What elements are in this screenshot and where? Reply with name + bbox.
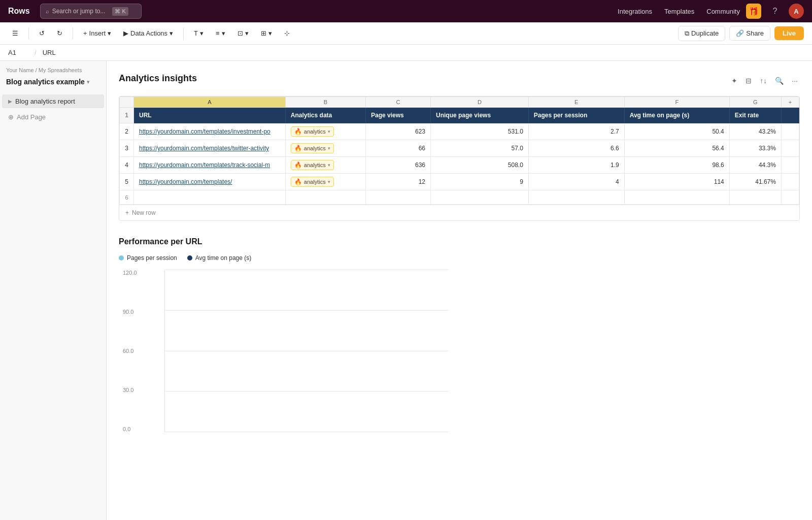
toolbar-divider-2	[73, 27, 73, 40]
chart-bars-area	[165, 270, 449, 432]
app-logo: Rows	[8, 7, 30, 16]
sort-button[interactable]: ↑↓	[758, 75, 769, 87]
format-button[interactable]: ⊡ ▾	[233, 27, 253, 39]
search-table-button[interactable]: 🔍	[773, 75, 786, 87]
search-shortcut: ⌘ K	[112, 7, 128, 16]
nav-links: Integrations Templates Community	[618, 8, 740, 15]
unique-views-cell: 57.0	[431, 140, 529, 157]
col-header-c[interactable]: C	[365, 97, 430, 108]
nav-templates[interactable]: Templates	[664, 8, 694, 15]
sidebar: Your Name / My Spreadsheets Blog analyti…	[0, 61, 107, 520]
extra-cell	[781, 140, 799, 157]
header-pages-per-session: Pages per session	[528, 108, 624, 123]
new-row-icon: +	[125, 209, 129, 216]
nav-integrations[interactable]: Integrations	[618, 8, 652, 15]
align-button[interactable]: ≡ ▾	[212, 27, 229, 39]
analytics-cell[interactable]: 🔥 analytics ▾	[285, 157, 365, 174]
url-cell[interactable]: https://yourdomain.com/templates/track-s…	[134, 157, 286, 174]
exit-rate-cell: 41.67%	[729, 174, 781, 190]
page-views-cell: 623	[365, 123, 430, 140]
col-header-plus[interactable]: +	[781, 97, 799, 108]
insert-button[interactable]: + Insert ▾	[79, 27, 115, 39]
empty-row: 6	[120, 190, 799, 205]
header-unique-page-views: Unique page views	[431, 108, 529, 123]
undo-button[interactable]: ↺	[35, 27, 49, 39]
analytics-insights-section: Analytics insights ✦ ⊟ ↑↓ 🔍 ··· A	[119, 73, 800, 221]
exit-rate-cell: 33.3%	[729, 140, 781, 157]
avg-time-cell: 50.4	[624, 123, 729, 140]
help-button[interactable]: ?	[767, 4, 783, 19]
row-num: 5	[120, 174, 134, 190]
new-row-button[interactable]: + New row	[119, 205, 799, 220]
sidebar-item-arrow-icon: ▶	[8, 99, 12, 104]
sidebar-item-label: Blog analytics report	[15, 98, 75, 105]
analytics-label: analytics	[304, 128, 326, 135]
col-header-d[interactable]: D	[431, 97, 529, 108]
analytics-icon: 🔥	[294, 161, 302, 169]
analytics-cell[interactable]: 🔥 analytics ▾	[285, 140, 365, 157]
legend-avg: Avg time on page (s)	[187, 254, 252, 262]
analytics-cell[interactable]: 🔥 analytics ▾	[285, 123, 365, 140]
header-analytics-data: Analytics data	[285, 108, 365, 123]
chart-title: Performance per URL	[119, 237, 800, 246]
avg-time-cell: 114	[624, 174, 729, 190]
analytics-chevron-icon: ▾	[328, 179, 330, 184]
analytics-tag[interactable]: 🔥 analytics ▾	[291, 126, 334, 137]
more-options-button[interactable]: ···	[790, 75, 800, 87]
chart-section: Performance per URL Pages per session Av…	[119, 237, 800, 432]
url-cell[interactable]: https://yourdomain.com/templates/	[134, 174, 286, 190]
sparkle-button[interactable]: ✦	[729, 75, 739, 87]
avg-time-cell: 56.4	[624, 140, 729, 157]
analytics-tag[interactable]: 🔥 analytics ▾	[291, 160, 334, 170]
col-header-b[interactable]: B	[285, 97, 365, 108]
redo-button[interactable]: ↻	[53, 27, 66, 39]
sidebar-toggle-button[interactable]: ☰	[8, 27, 22, 39]
analytics-tag[interactable]: 🔥 analytics ▾	[291, 143, 334, 153]
search-bar[interactable]: ⌕ Search or jump to... ⌘ K	[40, 4, 142, 19]
chart-y-labels: 120.090.060.030.00.0	[123, 270, 137, 432]
chart-container	[164, 270, 449, 432]
main-layout: Your Name / My Spreadsheets Blog analyti…	[0, 61, 812, 520]
col-header-f[interactable]: F	[624, 97, 729, 108]
layout-chevron-icon: ▾	[268, 29, 272, 37]
col-header-a[interactable]: A	[134, 97, 286, 108]
analytics-cell[interactable]: 🔥 analytics ▾	[285, 174, 365, 190]
share-button[interactable]: 🔗 Share	[729, 26, 770, 41]
cell-reference[interactable]: A1	[8, 49, 28, 56]
header-url: URL	[134, 108, 286, 123]
sidebar-item-blog-analytics-report[interactable]: ▶ Blog analytics report	[2, 94, 104, 108]
gift-button[interactable]: 🎁	[746, 4, 761, 19]
sidebar-title: Blog analytics example	[6, 77, 85, 86]
col-header-e[interactable]: E	[528, 97, 624, 108]
layout-button[interactable]: ⊞ ▾	[257, 27, 276, 39]
header-extra	[781, 108, 799, 123]
y-label: 0.0	[123, 426, 137, 432]
extra-cell	[781, 157, 799, 174]
header-exit-rate: Exit rate	[729, 108, 781, 123]
section-title: Analytics insights	[119, 73, 197, 84]
extra-cell	[781, 123, 799, 140]
table-row: 2 https://yourdomain.com/templates/inves…	[120, 123, 799, 140]
chart-button[interactable]: ⊹	[280, 27, 294, 39]
breadcrumb-user[interactable]: Your Name	[6, 67, 34, 73]
legend-pages-label: Pages per session	[127, 254, 177, 262]
avatar[interactable]: A	[789, 4, 804, 19]
data-actions-button[interactable]: ▶ Data Actions ▾	[119, 27, 177, 39]
nav-community[interactable]: Community	[706, 8, 740, 15]
filter-button[interactable]: ⊟	[743, 75, 754, 87]
live-button[interactable]: Live	[774, 26, 804, 40]
text-format-button[interactable]: T ▾	[190, 27, 208, 39]
duplicate-button[interactable]: ⧉ Duplicate	[678, 26, 725, 41]
add-page-button[interactable]: ⊕ Add Page	[2, 110, 104, 124]
toolbar-right: ⧉ Duplicate 🔗 Share Live	[678, 26, 804, 41]
analytics-tag[interactable]: 🔥 analytics ▾	[291, 177, 334, 187]
chart-icon: ⊹	[284, 29, 290, 37]
url-cell[interactable]: https://yourdomain.com/templates/twitter…	[134, 140, 286, 157]
sidebar-title-section: Blog analytics example ▾	[0, 77, 106, 94]
col-header-g[interactable]: G	[729, 97, 781, 108]
sidebar-title-chevron-icon[interactable]: ▾	[87, 79, 90, 85]
url-cell[interactable]: https://yourdomain.com/templates/investm…	[134, 123, 286, 140]
data-actions-chevron-icon: ▾	[170, 29, 173, 37]
extra-cell	[781, 174, 799, 190]
breadcrumb-sheets[interactable]: My Spreadsheets	[39, 67, 82, 73]
